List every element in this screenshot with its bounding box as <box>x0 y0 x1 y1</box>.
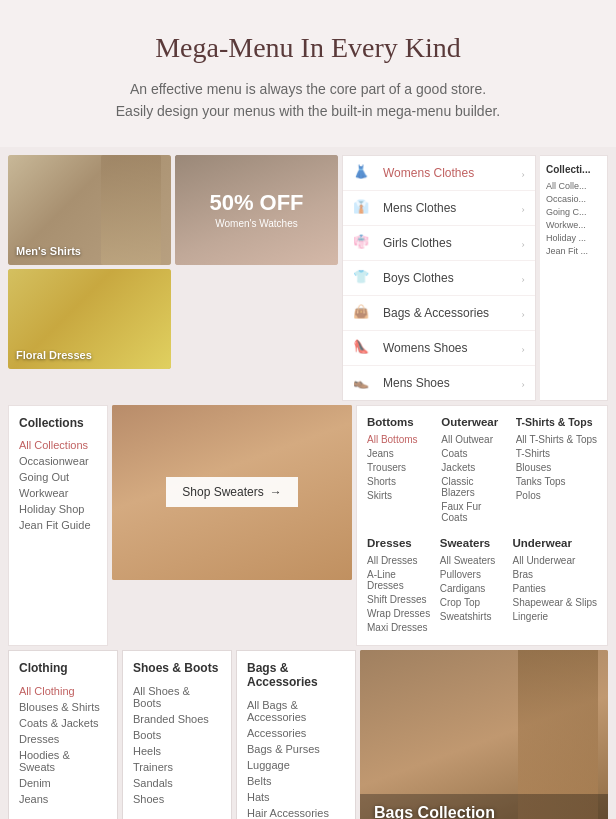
bottoms-item-3[interactable]: Shorts <box>367 475 433 489</box>
dresses-item-1[interactable]: A-Line Dresses <box>367 568 432 593</box>
collections-strip-item-1: Occasio... <box>546 193 601 206</box>
sweaters-item-2[interactable]: Cardigans <box>440 582 505 596</box>
underwear-item-2[interactable]: Panties <box>513 582 598 596</box>
underwear-title: Underwear <box>513 537 598 549</box>
menu-label-bags: Bags & Accessories <box>383 306 521 320</box>
dropdown-right-panel: Bottoms All Bottoms Jeans Trousers Short… <box>356 405 608 646</box>
dropdown-bottoms: Bottoms All Bottoms Jeans Trousers Short… <box>367 416 433 525</box>
dresses-item-0[interactable]: All Dresses <box>367 554 432 568</box>
shoes-item-6[interactable]: Shoes <box>133 791 221 807</box>
womens-shoes-icon: 👠 <box>353 339 375 357</box>
shoes-item-1[interactable]: Branded Shoes <box>133 711 221 727</box>
collections-item-4[interactable]: Holiday Shop <box>19 501 97 517</box>
boys-clothes-icon: 👕 <box>353 269 375 287</box>
collections-strip-item-4: Holiday ... <box>546 232 601 245</box>
shoes-item-4[interactable]: Trainers <box>133 759 221 775</box>
mens-shoes-icon: 👞 <box>353 374 375 392</box>
header-section: Mega-Menu In Every Kind An effective men… <box>0 0 616 147</box>
mens-shoes-arrow: › <box>521 377 525 389</box>
dropdown-dresses: Dresses All Dresses A-Line Dresses Shift… <box>367 537 432 635</box>
menu-label-mens-shoes: Mens Shoes <box>383 376 521 390</box>
bags-collection-label: Bags Collection <box>374 804 495 819</box>
outerwear-item-2[interactable]: Jackets <box>441 461 507 475</box>
menu-item-womens-shoes[interactable]: 👠 Womens Shoes › <box>343 331 535 366</box>
outerwear-item-4[interactable]: Faux Fur Coats <box>441 500 507 525</box>
shoes-item-5[interactable]: Sandals <box>133 775 221 791</box>
sweaters-item-1[interactable]: Pullovers <box>440 568 505 582</box>
bags-item-2[interactable]: Bags & Purses <box>247 741 345 757</box>
collections-item-2[interactable]: Going Out <box>19 469 97 485</box>
collections-item-1[interactable]: Occasionwear <box>19 453 97 469</box>
outerwear-title: Outerwear <box>441 416 507 428</box>
clothing-item-3[interactable]: Dresses <box>19 731 107 747</box>
shoes-item-0[interactable]: All Shoes & Boots <box>133 683 221 711</box>
menu-item-boys-clothes[interactable]: 👕 Boys Clothes › <box>343 261 535 296</box>
floral-dresses-card[interactable]: Floral Dresses <box>8 269 171 369</box>
outerwear-item-3[interactable]: Classic Blazers <box>441 475 507 500</box>
menu-item-womens-clothes[interactable]: 👗 Womens Clothes › <box>343 156 535 191</box>
menu-item-bags[interactable]: 👜 Bags & Accessories › <box>343 296 535 331</box>
dresses-item-4[interactable]: Maxi Dresses <box>367 621 432 635</box>
bags-item-5[interactable]: Hats <box>247 789 345 805</box>
shop-sweaters-button[interactable]: Shop Sweaters → <box>166 477 297 507</box>
bags-item-0[interactable]: All Bags & Accessories <box>247 697 345 725</box>
sweater-banner[interactable]: Shop Sweaters → <box>112 405 352 580</box>
shoes-item-2[interactable]: Boots <box>133 727 221 743</box>
outerwear-item-1[interactable]: Coats <box>441 447 507 461</box>
clothing-item-1[interactable]: Blouses & Shirts <box>19 699 107 715</box>
bags-icon: 👜 <box>353 304 375 322</box>
sweaters-title: Sweaters <box>440 537 505 549</box>
underwear-item-4[interactable]: Lingerie <box>513 610 598 624</box>
clothing-nav: Clothing All Clothing Blouses & Shirts C… <box>8 650 118 819</box>
bags-item-6[interactable]: Hair Accessories <box>247 805 345 819</box>
floral-label: Floral Dresses <box>16 349 92 361</box>
mens-shirts-card[interactable]: Men's Shirts <box>8 155 171 265</box>
collections-strip-item-0: All Colle... <box>546 180 601 193</box>
dropdown-underwear: Underwear All Underwear Bras Panties Sha… <box>513 537 598 635</box>
tshirts-item-4[interactable]: Polos <box>516 489 597 503</box>
menu-item-girls-clothes[interactable]: 👘 Girls Clothes › <box>343 226 535 261</box>
menu-label-womens-shoes: Womens Shoes <box>383 341 521 355</box>
bags-item-3[interactable]: Luggage <box>247 757 345 773</box>
boys-clothes-arrow: › <box>521 272 525 284</box>
mens-shirts-label: Men's Shirts <box>16 245 81 257</box>
tshirts-item-2[interactable]: Blouses <box>516 461 597 475</box>
menu-item-mens-shoes[interactable]: 👞 Mens Shoes › <box>343 366 535 400</box>
shoes-boots-nav: Shoes & Boots All Shoes & Boots Branded … <box>122 650 232 819</box>
bags-item-4[interactable]: Belts <box>247 773 345 789</box>
bottoms-item-0[interactable]: All Bottoms <box>367 433 433 447</box>
tshirts-item-1[interactable]: T-Shirts <box>516 447 597 461</box>
outerwear-item-0[interactable]: All Outwear <box>441 433 507 447</box>
bottoms-item-1[interactable]: Jeans <box>367 447 433 461</box>
collections-item-0[interactable]: All Collections <box>19 437 97 453</box>
sweaters-item-0[interactable]: All Sweaters <box>440 554 505 568</box>
bottoms-item-2[interactable]: Trousers <box>367 461 433 475</box>
watches-card[interactable]: 50% OFF Women's Watches <box>175 155 338 265</box>
collections-item-3[interactable]: Workwear <box>19 485 97 501</box>
sweaters-item-3[interactable]: Crop Top <box>440 596 505 610</box>
bags-arrow: › <box>521 307 525 319</box>
clothing-item-2[interactable]: Coats & Jackets <box>19 715 107 731</box>
bags-item-1[interactable]: Accessories <box>247 725 345 741</box>
dresses-item-3[interactable]: Wrap Dresses <box>367 607 432 621</box>
shoes-item-3[interactable]: Heels <box>133 743 221 759</box>
collections-item-5[interactable]: Jean Fit Guide <box>19 517 97 533</box>
sweaters-item-4[interactable]: Sweatshirts <box>440 610 505 624</box>
underwear-item-3[interactable]: Shapewear & Slips <box>513 596 598 610</box>
clothing-item-5[interactable]: Denim <box>19 775 107 791</box>
womens-shoes-arrow: › <box>521 342 525 354</box>
clothing-item-4[interactable]: Hoodies & Sweats <box>19 747 107 775</box>
dresses-item-2[interactable]: Shift Dresses <box>367 593 432 607</box>
clothing-item-6[interactable]: Jeans <box>19 791 107 807</box>
bottoms-item-4[interactable]: Skirts <box>367 489 433 503</box>
dropdown-outerwear: Outerwear All Outwear Coats Jackets Clas… <box>441 416 507 525</box>
tshirts-item-0[interactable]: All T-Shirts & Tops <box>516 433 597 447</box>
bags-collection-image: Bags Collection <box>360 650 608 819</box>
tshirts-item-3[interactable]: Tanks Tops <box>516 475 597 489</box>
underwear-item-1[interactable]: Bras <box>513 568 598 582</box>
clothing-nav-title: Clothing <box>19 661 107 675</box>
underwear-item-0[interactable]: All Underwear <box>513 554 598 568</box>
menu-item-mens-clothes[interactable]: 👔 Mens Clothes › <box>343 191 535 226</box>
collections-title: Collections <box>19 416 97 430</box>
clothing-item-0[interactable]: All Clothing <box>19 683 107 699</box>
